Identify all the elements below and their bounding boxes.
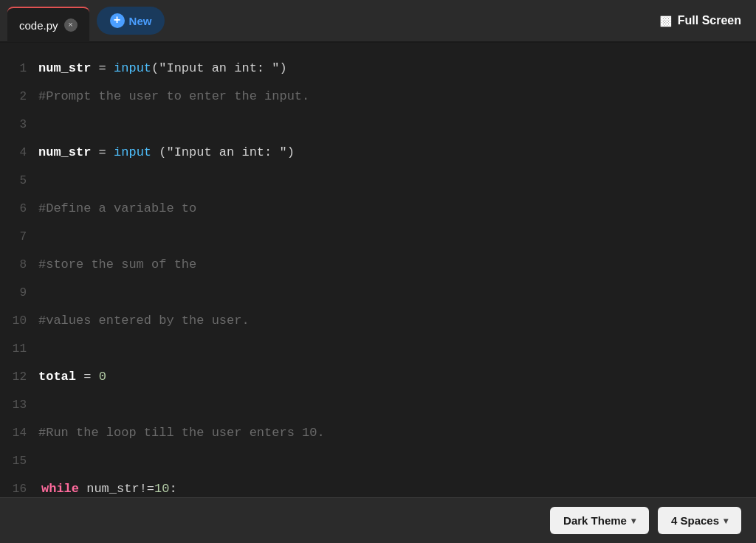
tab-code-py-label: code.py — [19, 19, 58, 32]
token: = — [91, 139, 114, 167]
token: num_str — [38, 55, 91, 83]
token: input — [114, 55, 151, 83]
code-line-2: #Prompt the user to enter the input. — [38, 83, 756, 111]
token: #Prompt the user to enter the input. — [38, 83, 309, 111]
token: num_str!= — [79, 475, 154, 497]
line-number-16: 16 — [7, 475, 27, 497]
editor-area: 1234567891011121314151617 num_str = inpu… — [0, 43, 756, 497]
token: total — [38, 363, 76, 391]
token: ("Input an int: ") — [151, 139, 295, 167]
token: 10 — [154, 475, 169, 497]
fullscreen-button[interactable]: ▩ Full Screen — [659, 13, 741, 29]
line-number-6: 6 — [7, 195, 27, 223]
theme-chevron-icon: ▾ — [631, 516, 636, 526]
code-line-4: num_str = input ("Input an int: ") — [38, 139, 756, 167]
code-line-5 — [38, 167, 756, 195]
line-number-13: 13 — [7, 391, 27, 419]
code-line-14: #Run the loop till the user enters 10. — [38, 419, 756, 447]
line-number-5: 5 — [7, 167, 27, 195]
tab-new[interactable]: + New — [97, 7, 165, 35]
token: = — [76, 363, 99, 391]
line-number-11: 11 — [7, 335, 27, 363]
tab-close-icon[interactable]: × — [64, 18, 78, 32]
code-line-13 — [38, 391, 756, 419]
line-number-4: 4 — [7, 139, 27, 167]
code-line-12: total = 0 — [38, 363, 756, 391]
spaces-button[interactable]: 4 Spaces ▾ — [658, 507, 741, 534]
line-number-1: 1 — [7, 55, 27, 83]
line-number-15: 15 — [7, 447, 27, 475]
fullscreen-label: Full Screen — [678, 14, 741, 27]
code-content[interactable]: num_str = input("Input an int: ")#Prompt… — [38, 43, 756, 497]
token: while — [41, 475, 79, 497]
token: #store the sum of the — [38, 251, 196, 279]
code-line-3 — [38, 111, 756, 139]
line-number-3: 3 — [7, 111, 27, 139]
line-number-7: 7 — [7, 223, 27, 251]
fullscreen-icon: ▩ — [659, 13, 672, 29]
code-line-9 — [38, 279, 756, 307]
line-number-14: 14 — [7, 419, 27, 447]
token: num_str — [38, 139, 91, 167]
line-number-9: 9 — [7, 279, 27, 307]
code-line-15 — [38, 447, 756, 475]
code-line-6: #Define a variable to — [38, 195, 756, 223]
token: ("Input an int: ") — [151, 55, 287, 83]
spaces-label: 4 Spaces — [671, 514, 719, 527]
token: #Run the loop till the user enters 10. — [38, 419, 325, 447]
plus-icon: + — [110, 13, 125, 28]
line-numbers: 1234567891011121314151617 — [0, 43, 38, 497]
token: #values entered by the user. — [38, 307, 250, 335]
tab-code-py[interactable]: code.py × — [7, 7, 89, 42]
dark-theme-button[interactable]: Dark Theme ▾ — [550, 507, 649, 534]
token: #Define a variable to — [38, 195, 196, 223]
code-line-16: while num_str!=10: — [38, 475, 756, 497]
token: : — [169, 475, 176, 497]
tab-bar: code.py × + New ▩ Full Screen — [0, 0, 756, 43]
bottom-bar: Dark Theme ▾ 4 Spaces ▾ — [0, 497, 756, 543]
tab-new-label: New — [129, 15, 152, 27]
line-number-10: 10 — [7, 307, 27, 335]
code-line-7 — [38, 223, 756, 251]
code-line-8: #store the sum of the — [38, 251, 756, 279]
token: 0 — [99, 363, 106, 391]
dark-theme-label: Dark Theme — [563, 514, 627, 527]
line-number-2: 2 — [7, 83, 27, 111]
spaces-chevron-icon: ▾ — [724, 516, 728, 526]
code-line-1: num_str = input("Input an int: ") — [38, 55, 756, 83]
code-line-10: #values entered by the user. — [38, 307, 756, 335]
token: input — [114, 139, 151, 167]
token: = — [91, 55, 114, 83]
code-line-11 — [38, 335, 756, 363]
line-number-8: 8 — [7, 251, 27, 279]
line-number-12: 12 — [7, 363, 27, 391]
